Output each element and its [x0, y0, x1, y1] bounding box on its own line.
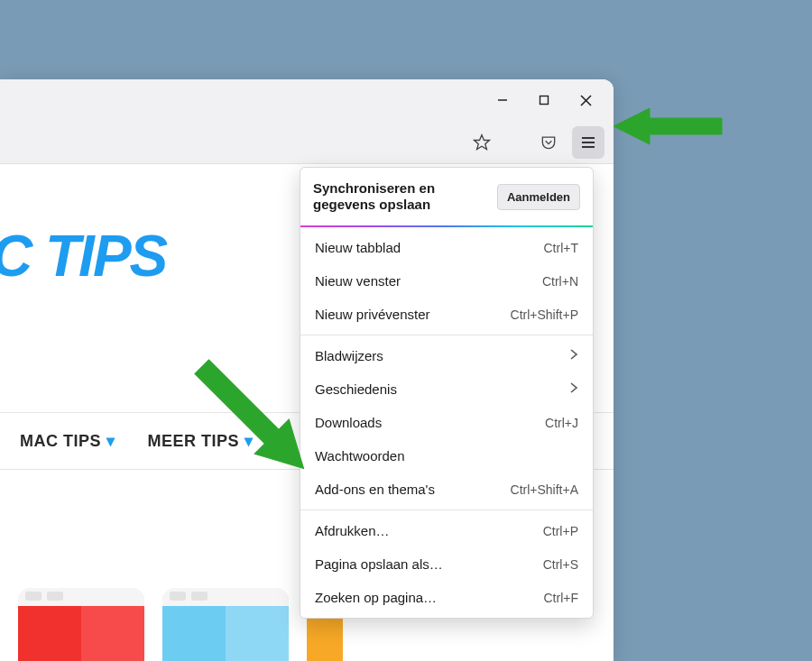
menu-item-passwords[interactable]: Wachtwoorden: [300, 439, 593, 473]
tile[interactable]: [162, 588, 289, 661]
annotation-arrow: [614, 95, 731, 167]
tile[interactable]: [18, 588, 144, 661]
tile-row: [0, 588, 343, 661]
menu-shortcut: Ctrl+J: [545, 416, 578, 430]
gradient-divider: [300, 225, 593, 227]
menu-item-find[interactable]: Zoeken op pagina… Ctrl+F: [300, 581, 593, 614]
menu-shortcut: Ctrl+F: [544, 591, 579, 605]
menu-sync-section: Synchroniseren en gegevens opslaan Aanme…: [300, 168, 593, 225]
menu-item-downloads[interactable]: Downloads Ctrl+J: [300, 406, 593, 439]
menu-label: Pagina opslaan als…: [315, 556, 443, 572]
minimize-button[interactable]: [482, 84, 523, 116]
menu-label: Geschiedenis: [315, 381, 397, 397]
menu-shortcut: Ctrl+P: [543, 524, 578, 538]
nav-label: MAC TIPS: [20, 432, 101, 451]
menu-item-addons[interactable]: Add-ons en thema's Ctrl+Shift+A: [300, 473, 593, 506]
menu-shortcut: Ctrl+S: [543, 557, 578, 572]
svg-rect-1: [540, 96, 549, 105]
menu-label: Nieuw tabblad: [315, 240, 401, 255]
maximize-button[interactable]: [523, 84, 565, 116]
menu-label: Add-ons en thema's: [315, 482, 435, 497]
menu-label: Zoeken op pagina…: [315, 590, 437, 605]
sync-title: Synchroniseren en gegevens opslaan: [313, 180, 466, 213]
menu-label: Nieuw privévenster: [315, 307, 430, 322]
chevron-down-icon: ▾: [106, 431, 115, 451]
svg-marker-8: [614, 108, 722, 144]
menu-label: Afdrukken…: [315, 523, 390, 538]
site-logo: C TIPS: [0, 223, 166, 289]
menu-separator: [300, 510, 593, 510]
menu-shortcut: Ctrl+Shift+P: [511, 308, 578, 322]
browser-toolbar: [0, 121, 614, 164]
app-menu-dropdown: Synchroniseren en gegevens opslaan Aanme…: [300, 167, 594, 619]
menu-separator: [300, 335, 593, 335]
menu-item-bookmarks[interactable]: Bladwijzers: [300, 339, 593, 372]
chevron-right-icon: [569, 348, 578, 363]
menu-label: Downloads: [315, 415, 382, 430]
menu-item-new-private[interactable]: Nieuw privévenster Ctrl+Shift+P: [300, 298, 593, 331]
bookmark-star-icon[interactable]: [466, 126, 498, 159]
menu-shortcut: Ctrl+T: [544, 241, 579, 255]
menu-item-new-window[interactable]: Nieuw venster Ctrl+N: [300, 264, 593, 298]
nav-item-mac-tips[interactable]: MAC TIPS ▾: [20, 431, 115, 451]
menu-label: Bladwijzers: [315, 348, 383, 363]
chevron-right-icon: [569, 381, 578, 397]
menu-item-save-as[interactable]: Pagina opslaan als… Ctrl+S: [300, 547, 593, 581]
svg-marker-4: [475, 134, 490, 149]
menu-item-history[interactable]: Geschiedenis: [300, 372, 593, 406]
menu-shortcut: Ctrl+N: [542, 274, 578, 289]
pocket-icon[interactable]: [532, 126, 565, 159]
signin-button[interactable]: Aanmelden: [497, 184, 580, 210]
close-button[interactable]: [565, 84, 606, 116]
menu-shortcut: Ctrl+Shift+A: [511, 482, 578, 497]
menu-label: Nieuw venster: [315, 273, 401, 289]
window-titlebar: [0, 79, 614, 121]
app-menu-button[interactable]: [572, 126, 604, 159]
menu-item-new-tab[interactable]: Nieuw tabblad Ctrl+T: [300, 231, 593, 264]
menu-item-print[interactable]: Afdrukken… Ctrl+P: [300, 514, 593, 547]
